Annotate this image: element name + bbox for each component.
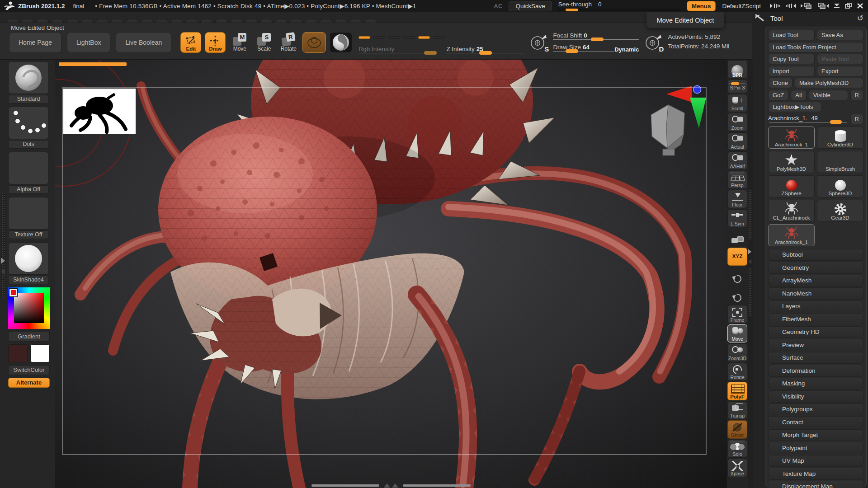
live-boolean-button[interactable]: Live Boolean bbox=[116, 32, 171, 53]
prev-window-icon[interactable] bbox=[801, 2, 812, 9]
goz-r-button[interactable]: R bbox=[850, 90, 863, 100]
tool-reset-icon[interactable]: ↺ bbox=[857, 14, 863, 23]
rail-button[interactable]: Xpose bbox=[727, 459, 747, 477]
paint-mode-chip[interactable] bbox=[359, 36, 370, 39]
menu-tab[interactable] bbox=[141, 19, 153, 23]
clone-button[interactable]: Clone bbox=[768, 78, 793, 88]
edit-button[interactable]: Edit bbox=[180, 32, 201, 53]
goz-button[interactable]: GoZ bbox=[768, 90, 788, 100]
tool-section-row[interactable]: Displacement Map bbox=[768, 481, 863, 488]
menu-tab[interactable] bbox=[81, 19, 94, 23]
shelf-item[interactable]: Alpha Off bbox=[8, 152, 50, 194]
main-color-swatch[interactable] bbox=[8, 344, 28, 362]
tool-section-row[interactable]: ArrayMesh bbox=[768, 275, 863, 287]
dynamic-toggle[interactable]: Dynamic bbox=[614, 46, 639, 53]
paint-mode-chip[interactable] bbox=[403, 36, 415, 39]
shelf-item-thumb[interactable] bbox=[8, 197, 49, 230]
slider-r-button[interactable]: R bbox=[850, 114, 863, 124]
menu-tab[interactable] bbox=[245, 19, 258, 23]
shelf-expand-icon[interactable] bbox=[1, 258, 5, 264]
tool-section-row[interactable]: NanoMesh bbox=[768, 287, 863, 300]
focal-shift-handle[interactable] bbox=[591, 38, 604, 41]
tool-section-row[interactable]: Preview bbox=[768, 339, 863, 351]
tool-thumbnail[interactable]: Gear3D bbox=[817, 200, 863, 222]
menu-tab[interactable] bbox=[126, 19, 138, 23]
tool-section-row[interactable]: Visibility bbox=[768, 390, 863, 403]
rgb-intensity-slider[interactable]: Rgb Intensity bbox=[359, 46, 436, 55]
focal-shift-slider[interactable]: Focal Shift0 bbox=[553, 32, 639, 41]
save-as-button[interactable]: Save As bbox=[817, 30, 863, 40]
z-intensity-handle[interactable] bbox=[479, 51, 492, 55]
tool-section-row[interactable]: Masking bbox=[768, 378, 863, 390]
paint-mode-chip[interactable] bbox=[418, 36, 430, 39]
shelf-scrollstrip[interactable] bbox=[748, 60, 753, 488]
tool-section-row[interactable]: Polypaint bbox=[768, 442, 863, 454]
menu-tab[interactable] bbox=[349, 19, 362, 23]
restore-icon[interactable] bbox=[845, 3, 852, 9]
copy-tool-button[interactable]: Copy Tool bbox=[768, 54, 815, 64]
paint-mode-chip[interactable] bbox=[373, 36, 385, 39]
shelf-item[interactable]: Standard bbox=[8, 61, 50, 103]
shelf-item-thumb[interactable] bbox=[8, 61, 49, 94]
rail-button[interactable]: Ghost bbox=[727, 420, 747, 439]
lightbox-button[interactable]: LightBox bbox=[67, 32, 110, 53]
lightbox-tools-button[interactable]: Lightbox▶Tools bbox=[768, 102, 821, 112]
rail-button[interactable]: Frame bbox=[727, 305, 747, 324]
rail-button[interactable]: XYZ bbox=[727, 248, 747, 266]
stroke-button[interactable] bbox=[302, 32, 326, 53]
menu-tab[interactable] bbox=[111, 19, 123, 23]
draw-size-handle[interactable] bbox=[566, 49, 578, 53]
rail-button[interactable]: SPix 3 bbox=[727, 80, 747, 93]
saturation-value-box[interactable] bbox=[14, 293, 44, 323]
menu-tab[interactable] bbox=[21, 19, 34, 23]
default-zscript-button[interactable]: DefaultZScript bbox=[722, 3, 761, 9]
color-picker[interactable] bbox=[8, 287, 50, 329]
rail-button[interactable]: Zoom3D bbox=[727, 343, 747, 362]
active-tool-handle[interactable] bbox=[830, 120, 842, 124]
shelf-item-thumb[interactable] bbox=[8, 107, 49, 139]
menu-tab[interactable] bbox=[305, 19, 317, 23]
menu-tab[interactable] bbox=[170, 19, 183, 23]
menus-button[interactable]: Menus bbox=[687, 1, 716, 11]
load-tools-from-project-button[interactable]: Load Tools From Project bbox=[768, 42, 863, 52]
draw-size-slider[interactable]: Draw Size64 bbox=[553, 44, 614, 53]
scale-button[interactable]: S Scale bbox=[254, 32, 274, 53]
shelf-collapse-icon[interactable] bbox=[1, 268, 5, 275]
tool-section-row[interactable]: Surface bbox=[768, 352, 863, 364]
tool-section-row[interactable]: FiberMesh bbox=[768, 313, 863, 325]
see-through-track[interactable] bbox=[558, 9, 680, 11]
tool-thumbnail[interactable]: ZSphere bbox=[768, 175, 815, 197]
rail-button[interactable]: AAHalf bbox=[727, 151, 747, 170]
shelf-item[interactable]: Dots bbox=[8, 107, 50, 149]
tool-section-row[interactable]: Deformation bbox=[768, 365, 863, 377]
divider-left-icon[interactable] bbox=[770, 3, 781, 9]
menu-tab[interactable] bbox=[275, 19, 288, 23]
rail-button[interactable]: PolyF bbox=[727, 382, 747, 400]
menu-tab[interactable] bbox=[96, 19, 108, 23]
rail-button[interactable]: Zoom bbox=[727, 113, 747, 131]
rail-button[interactable]: Floor bbox=[727, 190, 747, 208]
rail-button[interactable]: BPR bbox=[727, 60, 747, 79]
tool-thumbnail[interactable]: PolyMesh3D bbox=[768, 151, 815, 173]
menu-tab[interactable] bbox=[156, 19, 168, 23]
tool-thumbnail[interactable]: Arachnirock_1 bbox=[768, 224, 815, 246]
see-through-slider[interactable]: See-through 0 bbox=[558, 1, 680, 11]
rail-button[interactable]: Rotate bbox=[727, 363, 747, 381]
shelf-item-thumb[interactable] bbox=[8, 152, 49, 184]
close-icon[interactable] bbox=[857, 3, 863, 9]
timeline-scrubber[interactable] bbox=[311, 483, 471, 488]
see-through-handle[interactable] bbox=[566, 9, 578, 11]
minimize-icon[interactable] bbox=[833, 3, 840, 9]
menu-tab[interactable] bbox=[6, 19, 19, 23]
menu-tab[interactable] bbox=[290, 19, 302, 23]
paste-tool-button[interactable]: Paste Tool bbox=[817, 54, 863, 64]
menu-tab[interactable] bbox=[185, 19, 198, 23]
tool-section-row[interactable]: Layers bbox=[768, 300, 863, 313]
paint-mode-chip[interactable] bbox=[448, 36, 460, 39]
rail-button[interactable]: dynamic Solo bbox=[727, 440, 747, 458]
rail-button[interactable] bbox=[727, 286, 747, 305]
rail-button[interactable]: L.Sym bbox=[727, 209, 747, 228]
tool-thumbnail[interactable]: Sphere3D bbox=[817, 175, 863, 197]
menu-tab[interactable] bbox=[364, 19, 377, 23]
quicksave-button[interactable]: QuickSave bbox=[509, 1, 552, 11]
